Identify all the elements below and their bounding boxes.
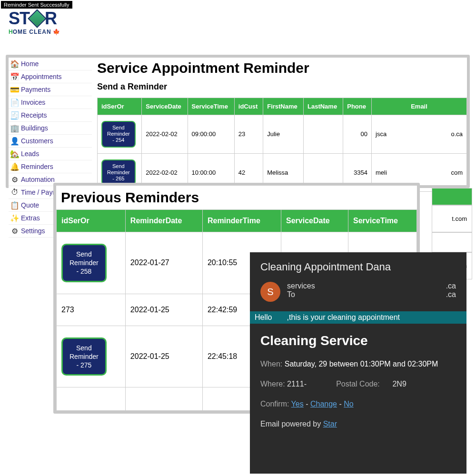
sidebar-item-label: Receipts <box>21 111 47 119</box>
diamond-icon <box>28 9 47 28</box>
th-phone: Phone <box>343 98 372 115</box>
sidebar-item-reminders[interactable]: 🔔Reminders <box>9 160 92 173</box>
previous-title: Previous Reminders <box>56 186 417 209</box>
email-footer: Email powered by Star <box>260 420 456 428</box>
section-subtitle: Send a Reminder <box>97 82 467 92</box>
email-when-row: When: Saturday, 29 between 01:30PM and 0… <box>260 360 456 368</box>
cell-last <box>303 115 343 154</box>
receipt-icon: 🧾 <box>10 110 20 120</box>
logo-sub-h: H <box>9 29 13 35</box>
confirm-no-link[interactable]: No <box>344 400 353 408</box>
calendar-icon: 📅 <box>10 71 20 82</box>
page-title: Service Appointment Reminder <box>97 60 467 76</box>
sidebar-item-label: Appointments <box>21 73 62 80</box>
gear-icon: ⚙ <box>10 174 20 185</box>
maple-leaf-icon: 🍁 <box>53 29 60 35</box>
th-remindertime: ReminderTime <box>202 210 281 232</box>
toast-success: Reminder Sent Successfully <box>1 1 72 9</box>
email-from: services <box>287 282 315 290</box>
sparkle-icon: ✨ <box>10 213 20 223</box>
email-to-label: To <box>287 290 295 299</box>
email-subject: Cleaning Appointment Dana <box>260 261 456 273</box>
invoice-icon: 📄 <box>10 97 20 108</box>
email-body-title: Cleaning Service <box>260 333 456 348</box>
send-reminder-button[interactable]: SendReminder- 275 <box>61 337 107 376</box>
house-icon: 🏡 <box>10 149 20 159</box>
th-reminderdate: ReminderDate <box>125 210 202 232</box>
th-servicetime: ServiceTime <box>348 210 416 232</box>
sidebar-item-appointments[interactable]: 📅Appointments <box>9 70 92 83</box>
sidebar-item-payments[interactable]: 💳Payments <box>9 83 92 96</box>
confirm-change-link[interactable]: Change <box>310 400 337 408</box>
th-idseror: idSerOr <box>57 210 126 232</box>
email-where-row: Where: 2111- Postal Code: 2N9 <box>260 380 456 388</box>
reminder-table: idSerOr ServiceDate ServiceTime idCust F… <box>97 98 467 192</box>
settings-icon: ⚙ <box>10 226 20 236</box>
th-firstname: FirstName <box>263 98 304 115</box>
send-reminder-button[interactable]: SendReminder- 265 <box>101 159 136 186</box>
sidebar-item-home[interactable]: 🏠Home <box>9 58 92 70</box>
brand-logo: ST R HOME CLEAN 🍁 <box>9 9 60 35</box>
sidebar-item-label: Home <box>21 60 39 68</box>
cell-id: 273 <box>57 294 126 326</box>
confirm-yes-link[interactable]: Yes <box>291 400 304 408</box>
building-icon: 🏢 <box>10 123 20 133</box>
cell-rdate: 2022-01-25 <box>125 326 202 387</box>
person-icon: 👤 <box>10 136 20 146</box>
email-confirm-row: Confirm: Yes - Change - No <box>260 400 456 408</box>
sidebar-item-buildings[interactable]: 🏢Buildings <box>9 122 92 135</box>
cell-email: jscao.ca <box>372 115 467 154</box>
sidebar-item-label: Quote <box>21 201 39 209</box>
th-servicedate: ServiceDate <box>281 210 348 232</box>
cell-first: Julie <box>263 115 304 154</box>
logo-sub-rest: OME CLEAN <box>13 29 51 35</box>
main-panel: 🏠Home 📅Appointments 💳Payments 📄Invoices … <box>6 55 470 188</box>
bell-icon: 🔔 <box>10 161 20 172</box>
avatar: S <box>260 282 280 302</box>
cell-idcust: 23 <box>234 115 263 154</box>
main-content: Service Appointment Reminder Send a Remi… <box>97 60 467 192</box>
sidebar-item-label: Customers <box>21 137 53 145</box>
sidebar-item-label: Payments <box>21 86 50 93</box>
email-preview: Cleaning Appointment Dana S services.ca … <box>250 252 466 474</box>
cell-date: 2022-02-02 <box>142 115 188 154</box>
send-reminder-button[interactable]: SendReminder- 258 <box>61 244 107 282</box>
clipboard-icon: 📋 <box>10 200 20 210</box>
table-row: SendReminder- 254 2022-02-02 09:00:00 23… <box>98 115 467 154</box>
sidebar-item-label: Settings <box>21 227 45 235</box>
ghost-cell: t.com <box>432 205 472 232</box>
th-idseror: idSerOr <box>98 98 142 115</box>
sidebar-item-customers[interactable]: 👤Customers <box>9 135 92 148</box>
sidebar-item-label: Extras <box>21 214 40 222</box>
cell-rdate: 2022-01-25 <box>125 294 202 326</box>
email-from-domain: .ca <box>446 282 456 290</box>
sidebar-item-label: Buildings <box>21 124 48 132</box>
send-reminder-button[interactable]: SendReminder- 254 <box>101 121 136 148</box>
sidebar-item-label: Automation <box>21 176 55 183</box>
logo-text-1: ST <box>9 9 30 29</box>
greeting-bar: Hello ,this is your cleaning appointment <box>250 311 466 324</box>
cell-time: 09:00:00 <box>188 115 234 154</box>
sidebar-item-leads[interactable]: 🏡Leads <box>9 148 92 160</box>
th-servicetime: ServiceTime <box>188 98 234 115</box>
sidebar-item-receipts[interactable]: 🧾Receipts <box>9 109 92 122</box>
clock-icon: ⏱ <box>10 187 20 198</box>
home-icon: 🏠 <box>10 59 20 69</box>
sidebar-item-label: Reminders <box>21 163 53 170</box>
sidebar-item-invoices[interactable]: 📄Invoices <box>9 96 92 109</box>
th-servicedate: ServiceDate <box>142 98 188 115</box>
email-footer-link[interactable]: Star <box>323 420 337 428</box>
th-idcust: idCust <box>234 98 263 115</box>
email-to-domain: .ca <box>446 290 456 299</box>
sidebar-item-label: Leads <box>21 150 39 158</box>
cell-phone: 00 <box>343 115 372 154</box>
sidebar-item-label: Invoices <box>21 99 45 106</box>
th-email: Email <box>372 98 467 115</box>
card-icon: 💳 <box>10 84 20 95</box>
th-lastname: LastName <box>303 98 343 115</box>
cell-rdate: 2022-01-27 <box>125 232 202 294</box>
